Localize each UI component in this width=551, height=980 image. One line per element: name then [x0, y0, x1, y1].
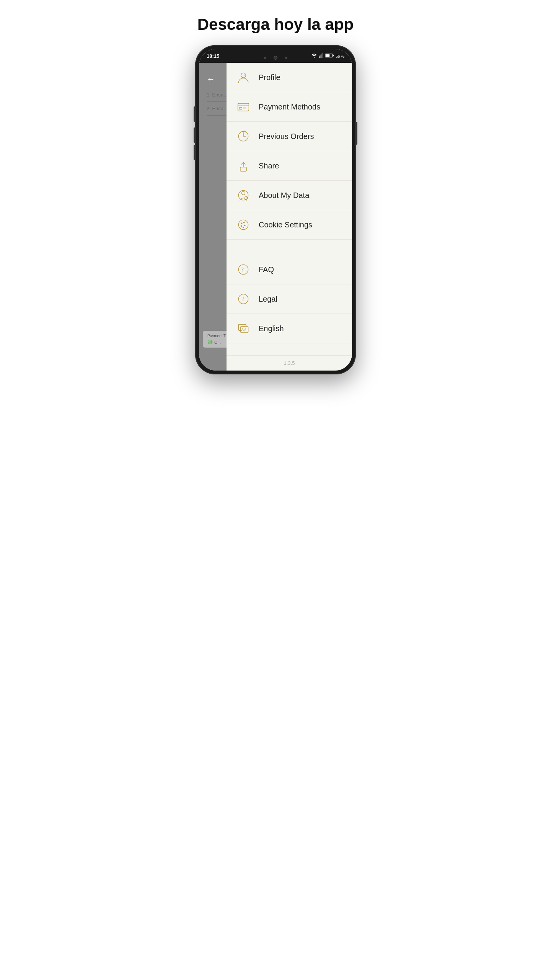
- svg-rect-12: [239, 108, 242, 109]
- menu-items-list: Profile Payme: [227, 63, 352, 355]
- svg-text:A: A: [244, 328, 246, 332]
- menu-spacer: [227, 240, 352, 255]
- menu-label-previous-orders: Previous Orders: [259, 132, 314, 141]
- status-time: 18:15: [207, 53, 219, 59]
- share-icon: [236, 158, 251, 173]
- svg-rect-3: [321, 55, 321, 58]
- svg-rect-10: [238, 103, 249, 111]
- battery-icon: 56 %: [325, 53, 344, 59]
- menu-label-faq: FAQ: [259, 265, 274, 274]
- faq-icon: ?: [236, 262, 251, 277]
- bg-payment-icon: 💵: [207, 340, 213, 345]
- svg-point-26: [241, 223, 242, 224]
- svg-text:A: A: [241, 328, 244, 332]
- svg-text:?: ?: [241, 266, 244, 273]
- side-drawer: Profile Payme: [227, 63, 352, 371]
- menu-label-share: Share: [259, 162, 279, 170]
- svg-rect-1: [319, 56, 320, 58]
- status-icons: 56 %: [311, 53, 344, 59]
- profile-icon: [236, 70, 251, 85]
- menu-item-about-my-data[interactable]: About My Data: [227, 181, 352, 210]
- menu-label-about-my-data: About My Data: [259, 191, 309, 200]
- menu-item-english[interactable]: A A English: [227, 314, 352, 343]
- svg-point-28: [241, 225, 242, 227]
- page-title: Descarga hoy la app: [190, 0, 362, 45]
- svg-point-29: [244, 225, 245, 226]
- menu-item-cookie-settings[interactable]: Cookie Settings: [227, 210, 352, 240]
- wifi-icon: [311, 53, 317, 59]
- svg-rect-4: [321, 54, 322, 58]
- language-icon: A A: [236, 321, 251, 336]
- data-icon: [236, 188, 251, 203]
- phone-screen: 18:15: [199, 49, 352, 371]
- orders-icon: [236, 129, 251, 144]
- menu-label-profile: Profile: [259, 73, 280, 82]
- svg-point-0: [314, 57, 315, 58]
- svg-rect-2: [320, 56, 321, 58]
- menu-item-previous-orders[interactable]: Previous Orders: [227, 122, 352, 151]
- menu-label-legal: Legal: [259, 295, 277, 304]
- menu-item-faq[interactable]: ? FAQ: [227, 255, 352, 284]
- legal-icon: i: [236, 291, 251, 307]
- menu-item-legal[interactable]: i Legal: [227, 284, 352, 314]
- svg-rect-5: [323, 53, 323, 58]
- svg-point-24: [246, 197, 246, 197]
- svg-point-9: [241, 73, 246, 78]
- signal-icon: [319, 53, 323, 59]
- menu-label-payment-methods: Payment Methods: [259, 103, 320, 111]
- menu-item-share[interactable]: Share: [227, 151, 352, 181]
- svg-point-27: [243, 222, 245, 223]
- svg-text:i: i: [242, 296, 244, 302]
- menu-item-profile[interactable]: Profile: [227, 63, 352, 92]
- phone-frame: 18:15: [195, 45, 356, 374]
- phone-wrapper: 18:15: [195, 45, 356, 374]
- svg-rect-7: [333, 55, 334, 56]
- version-text: 1.3.5: [227, 355, 352, 371]
- cookie-icon: [236, 217, 251, 232]
- svg-rect-8: [326, 54, 329, 57]
- svg-rect-18: [240, 167, 246, 172]
- payment-icon: [236, 99, 251, 114]
- menu-label-cookie-settings: Cookie Settings: [259, 220, 312, 229]
- battery-percent: 56 %: [336, 54, 344, 59]
- notch-sensor: [264, 57, 266, 59]
- bg-payment-value: C...: [214, 340, 221, 345]
- menu-item-payment-methods[interactable]: Payment Methods: [227, 92, 352, 122]
- menu-label-english: English: [259, 324, 284, 333]
- notch: [249, 53, 302, 63]
- svg-point-30: [243, 227, 244, 228]
- svg-point-21: [242, 191, 245, 195]
- notch-sensor-2: [285, 57, 287, 59]
- notch-camera: [274, 56, 277, 60]
